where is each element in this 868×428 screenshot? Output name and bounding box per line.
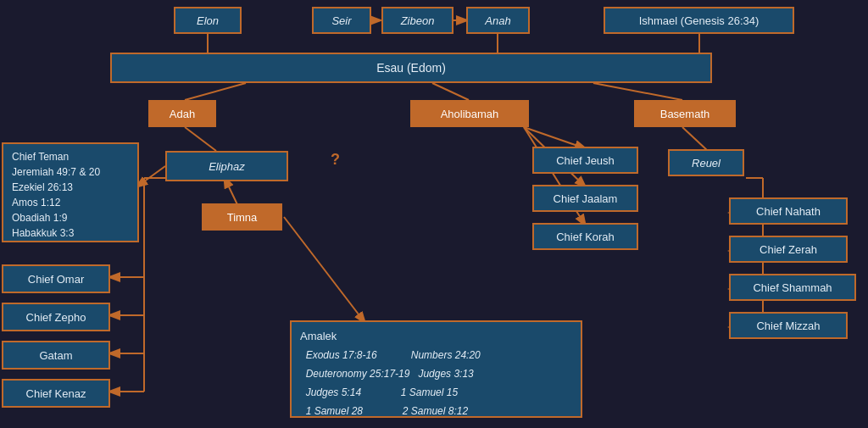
node-timna: Timna [202,203,282,231]
svg-line-9 [137,166,165,186]
svg-line-5 [185,83,246,100]
node-seir: Seir [312,7,371,34]
node-adah: Adah [148,100,216,127]
svg-line-6 [432,83,469,100]
node-aholibamah: Aholibamah [410,100,529,127]
family-tree: Elon Seir Zibeon Anah Ishmael (Genesis 2… [0,0,868,428]
node-chief-jeush: Chief Jeush [532,147,638,174]
node-zibeon: Zibeon [381,7,453,34]
node-chief-kenaz: Chief Kenaz [2,379,110,408]
svg-line-18 [524,127,585,148]
node-anah: Anah [466,7,530,34]
node-chief-mizzah: Chief Mizzah [729,312,848,339]
node-chief-zerah: Chief Zerah [729,236,848,263]
node-amalek: Amalek Exodus 17:8-16 Numbers 24:20 Deut… [290,320,582,418]
node-reuel: Reuel [668,149,744,176]
node-chief-zepho: Chief Zepho [2,303,110,331]
node-gatam: Gatam [2,341,110,370]
question-mark: ? [331,151,340,169]
svg-line-8 [185,127,216,151]
svg-line-21 [682,127,708,151]
node-chief-teman: Chief Teman Jeremiah 49:7 & 20 Ezekiel 2… [2,142,139,242]
svg-line-17 [284,217,364,322]
node-basemath: Basemath [634,100,736,127]
node-chief-omar: Chief Omar [2,264,110,293]
node-chief-shammah: Chief Shammah [729,274,856,301]
node-chief-korah: Chief Korah [532,223,638,250]
node-esau: Esau (Edom) [110,53,712,83]
node-elon: Elon [174,7,242,34]
node-chief-jaalam: Chief Jaalam [532,185,638,212]
node-ishmael: Ishmael (Genesis 26:34) [604,7,794,34]
node-chief-nahath: Chief Nahath [729,197,848,225]
node-eliphaz: Eliphaz [165,151,288,181]
svg-line-7 [593,83,682,100]
